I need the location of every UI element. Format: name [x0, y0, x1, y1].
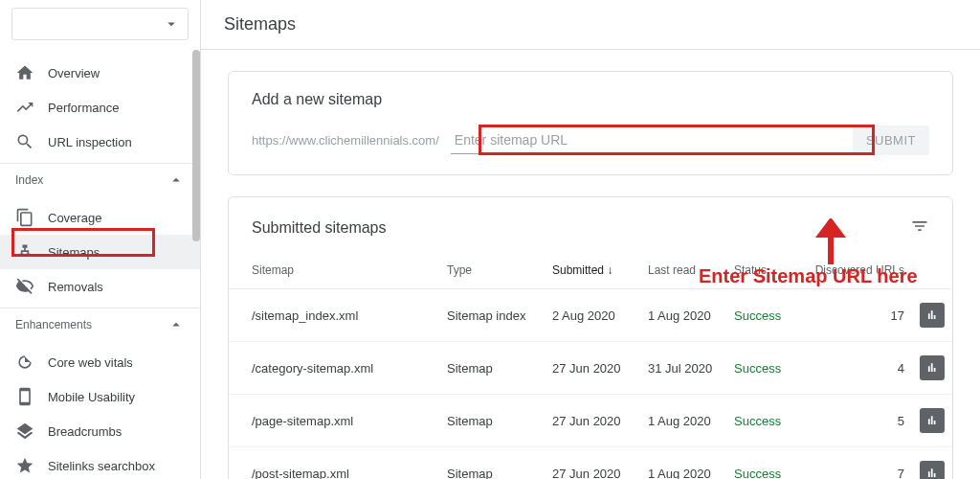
sidebar-item-label: Performance: [48, 101, 119, 115]
cell-type: Sitemap: [439, 395, 545, 447]
chevron-up-icon: [167, 171, 185, 189]
sidebar-item-removals[interactable]: Removals: [0, 269, 200, 304]
sidebar-item-label: Breadcrumbs: [48, 424, 122, 439]
sidebar-item-overview[interactable]: Overview: [0, 56, 200, 90]
chevron-down-icon: [163, 15, 180, 33]
add-sitemap-card: Add a new sitemap https://www.clichemill…: [228, 71, 953, 175]
cell-sitemap: /category-sitemap.xml: [229, 342, 439, 395]
cell-discovered: 5: [803, 395, 912, 447]
submitted-sitemaps-card: Submitted sitemaps Sitemap Type Submitte…: [228, 196, 953, 479]
scrollbar[interactable]: [192, 50, 200, 241]
cell-lastread: 1 Aug 2020: [640, 447, 726, 480]
col-sitemap[interactable]: Sitemap: [229, 254, 439, 289]
cell-type: Sitemap: [439, 342, 545, 395]
arrow-down-icon: ↓: [607, 263, 612, 277]
section-header-enhancements[interactable]: Enhancements: [0, 308, 200, 341]
section-header-index[interactable]: Index: [0, 164, 200, 196]
card-title: Submitted sitemaps: [252, 219, 387, 237]
speed-icon: [15, 353, 34, 372]
chevron-up-icon: [167, 316, 185, 333]
view-chart-button[interactable]: [920, 461, 945, 479]
section-label: Enhancements: [15, 318, 92, 331]
sidebar-item-label: URL inspection: [48, 135, 132, 149]
view-chart-button[interactable]: [920, 303, 945, 328]
cell-sitemap: /sitemap_index.xml: [229, 289, 439, 342]
filter-icon[interactable]: [910, 217, 929, 239]
url-prefix: https://www.clichemillennials.com/: [252, 133, 439, 148]
table-row[interactable]: /page-sitemap.xml Sitemap 27 Jun 2020 1 …: [229, 395, 952, 447]
sidebar-item-breadcrumbs[interactable]: Breadcrumbs: [0, 414, 200, 448]
view-chart-button[interactable]: [920, 408, 945, 433]
copy-icon: [15, 208, 34, 227]
cell-lastread: 1 Aug 2020: [640, 289, 726, 342]
sitemap-icon: [15, 242, 34, 262]
cell-submitted: 27 Jun 2020: [545, 342, 640, 395]
sitemap-url-input[interactable]: [451, 126, 841, 154]
sidebar-item-label: Removals: [48, 280, 103, 294]
table-row[interactable]: /sitemap_index.xml Sitemap index 2 Aug 2…: [229, 289, 952, 342]
sidebar: Overview Performance URL inspection Inde…: [0, 0, 201, 479]
section-label: Index: [15, 173, 43, 187]
property-selector[interactable]: [11, 8, 189, 40]
sidebar-item-label: Sitemaps: [48, 245, 100, 260]
col-type[interactable]: Type: [439, 254, 545, 289]
cell-lastread: 31 Jul 2020: [640, 342, 726, 395]
main-content: Sitemaps Add a new sitemap https://www.c…: [201, 0, 980, 479]
cell-sitemap: /page-sitemap.xml: [229, 395, 439, 447]
sidebar-item-sitemaps[interactable]: Sitemaps: [0, 235, 200, 269]
cell-submitted: 2 Aug 2020: [545, 289, 640, 342]
cell-status: Success: [726, 447, 803, 480]
col-lastread[interactable]: Last read: [640, 254, 726, 289]
col-submitted[interactable]: Submitted ↓: [545, 254, 640, 289]
sitemaps-table: Sitemap Type Submitted ↓ Last read Statu…: [229, 254, 952, 479]
sidebar-item-label: Sitelinks searchbox: [48, 459, 155, 473]
sidebar-item-performance[interactable]: Performance: [0, 90, 200, 125]
cell-discovered: 17: [803, 289, 912, 342]
smartphone-icon: [15, 387, 34, 406]
cell-type: Sitemap: [439, 447, 545, 480]
star-icon: [15, 456, 34, 475]
sidebar-item-label: Coverage: [48, 211, 101, 225]
cell-status: Success: [726, 395, 803, 447]
cell-sitemap: /post-sitemap.xml: [229, 447, 439, 480]
table-row[interactable]: /category-sitemap.xml Sitemap 27 Jun 202…: [229, 342, 952, 395]
col-status[interactable]: Status: [726, 254, 803, 289]
submit-button[interactable]: SUBMIT: [853, 125, 929, 155]
sidebar-item-url-inspection[interactable]: URL inspection: [0, 125, 200, 159]
visibility-off-icon: [15, 277, 34, 296]
card-title: Add a new sitemap: [252, 91, 929, 108]
trending-icon: [15, 98, 34, 117]
cell-submitted: 27 Jun 2020: [545, 395, 640, 447]
page-title: Sitemaps: [224, 14, 296, 34]
sidebar-item-mobile-usability[interactable]: Mobile Usability: [0, 379, 200, 414]
cell-lastread: 1 Aug 2020: [640, 395, 726, 447]
sidebar-item-label: Mobile Usability: [48, 390, 135, 404]
cell-discovered: 4: [803, 342, 912, 395]
cell-type: Sitemap index: [439, 289, 545, 342]
cell-submitted: 27 Jun 2020: [545, 447, 640, 480]
table-row[interactable]: /post-sitemap.xml Sitemap 27 Jun 2020 1 …: [229, 447, 952, 480]
cell-discovered: 7: [803, 447, 912, 480]
page-header: Sitemaps: [201, 0, 980, 50]
sidebar-item-label: Core web vitals: [48, 355, 133, 370]
cell-status: Success: [726, 289, 803, 342]
col-discovered[interactable]: Discovered URLs: [803, 254, 912, 289]
layers-icon: [15, 422, 34, 441]
home-icon: [15, 63, 34, 82]
search-icon: [15, 132, 34, 151]
sidebar-item-core-web-vitals[interactable]: Core web vitals: [0, 345, 200, 379]
sidebar-item-label: Overview: [48, 66, 100, 80]
cell-status: Success: [726, 342, 803, 395]
sidebar-item-coverage[interactable]: Coverage: [0, 200, 200, 235]
sidebar-item-sitelinks-searchbox[interactable]: Sitelinks searchbox: [0, 448, 200, 479]
view-chart-button[interactable]: [920, 355, 945, 380]
